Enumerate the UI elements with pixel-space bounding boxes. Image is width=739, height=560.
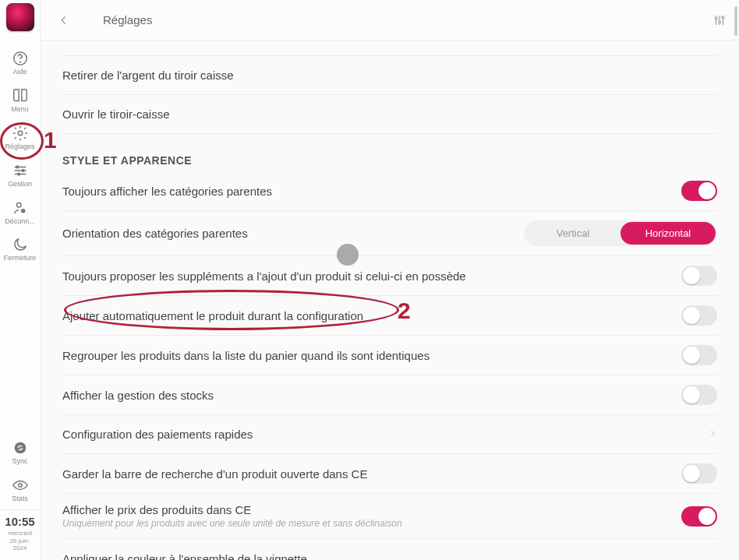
svg-point-8 bbox=[14, 442, 26, 454]
moon-icon bbox=[12, 236, 29, 253]
svg-point-11 bbox=[719, 20, 721, 23]
sidebar-item-gestion[interactable]: Gestion bbox=[0, 157, 41, 195]
svg-point-12 bbox=[722, 16, 724, 18]
sidebar-label: Déconn... bbox=[5, 218, 35, 226]
toggle-stocks[interactable] bbox=[681, 385, 717, 405]
sidebar-item-menu[interactable]: Menu bbox=[0, 83, 41, 120]
section-style-apparence: STYLE ET APPARENCE bbox=[62, 154, 717, 167]
sidebar-label: Aide bbox=[12, 69, 27, 76]
svg-point-4 bbox=[22, 169, 24, 171]
sidebar-label: Sync bbox=[12, 458, 27, 466]
chevron-left-icon bbox=[58, 15, 69, 26]
row-label: Ajouter automatiquement le produit duran… bbox=[62, 309, 681, 322]
eye-icon bbox=[12, 477, 29, 494]
row-regroup: Regrouper les produits dans la liste du … bbox=[62, 336, 717, 375]
header-actions[interactable] bbox=[712, 13, 727, 27]
row-label: Afficher la gestion des stocks bbox=[62, 389, 681, 402]
book-icon bbox=[12, 87, 29, 104]
row-ouvrir-tiroir[interactable]: Ouvrir le tiroir-caisse bbox=[62, 95, 717, 134]
row-label: Toujours proposer les suppléments a l'aj… bbox=[62, 269, 681, 283]
adjust-icon bbox=[712, 13, 727, 27]
row-label: Appliquer la couleur à l'ensemble de la … bbox=[62, 552, 717, 561]
sidebar-label: Stats bbox=[12, 495, 28, 503]
row-apply-color: Appliquer la couleur à l'ensemble de la … bbox=[62, 539, 717, 560]
settings-content[interactable]: Retirer de l'argent du tiroir caisse Ouv… bbox=[41, 41, 739, 560]
help-icon bbox=[12, 50, 29, 67]
row-label: Configuration des paiements rapides bbox=[62, 428, 708, 441]
row-supplements: Toujours proposer les suppléments a l'aj… bbox=[62, 256, 717, 296]
segmented-orientation: Vertical Horizontal bbox=[524, 220, 717, 246]
toggle-auto-add[interactable] bbox=[681, 305, 717, 326]
row-label: Regrouper les produits dans la liste du … bbox=[62, 349, 681, 362]
row-sublabel: Uniquement pour les produits avec une se… bbox=[62, 518, 681, 529]
row-stocks: Afficher la gestion des stocks bbox=[62, 375, 717, 415]
seg-horizontal[interactable]: Horizontal bbox=[621, 222, 716, 245]
user-logout-icon bbox=[12, 199, 29, 217]
svg-point-1 bbox=[19, 62, 20, 62]
toggle-regroup[interactable] bbox=[681, 345, 717, 365]
row-show-price: Afficher le prix des produits dans CE Un… bbox=[62, 494, 717, 539]
back-button[interactable] bbox=[53, 9, 75, 31]
page-title: Réglages bbox=[103, 13, 152, 26]
row-label: Orientation des catégories parentes bbox=[62, 227, 524, 240]
sidebar-label: Fermeture bbox=[4, 255, 37, 262]
sidebar-label: Réglages bbox=[5, 143, 34, 151]
sidebar-label: Gestion bbox=[8, 181, 32, 188]
row-label: Garder la barre de recherche d'un produi… bbox=[62, 467, 681, 481]
row-fast-payments[interactable]: Configuration des paiements rapides bbox=[62, 415, 717, 454]
svg-point-3 bbox=[16, 166, 18, 168]
row-keep-search: Garder la barre de recherche d'un produi… bbox=[62, 454, 717, 494]
toggle-show-price[interactable] bbox=[681, 506, 717, 527]
main-panel: Réglages Retirer de l'argent du tiroir c… bbox=[41, 0, 739, 560]
toggle-keep-search[interactable] bbox=[681, 463, 717, 484]
svg-point-5 bbox=[17, 173, 19, 175]
svg-point-2 bbox=[18, 131, 23, 136]
sidebar-item-stats[interactable]: Stats bbox=[0, 472, 41, 509]
clock-widget: 10:55 mercredi 26 juin. 2024 bbox=[0, 509, 40, 560]
row-retirer-argent[interactable]: Retirer de l'argent du tiroir caisse bbox=[62, 56, 717, 95]
svg-point-10 bbox=[715, 17, 717, 19]
sidebar-item-fermeture[interactable]: Fermeture bbox=[0, 231, 41, 269]
sidebar-item-deconnexion[interactable]: Déconn... bbox=[0, 195, 41, 232]
row-orientation: Orientation des catégories parentes Vert… bbox=[62, 211, 717, 256]
row-auto-add: Ajouter automatiquement le produit duran… bbox=[62, 296, 717, 336]
header: Réglages bbox=[41, 0, 739, 41]
sidebar-item-aide[interactable]: Aide bbox=[0, 45, 41, 83]
sliders-icon bbox=[12, 162, 29, 179]
sidebar: Aide Menu Réglages Gestion Déconn... Fer… bbox=[0, 0, 41, 560]
sync-icon bbox=[12, 439, 29, 456]
row-label: Ouvrir le tiroir-caisse bbox=[62, 107, 717, 121]
row-label: Afficher le prix des produits dans CE bbox=[62, 503, 681, 516]
sidebar-item-reglages[interactable]: Réglages bbox=[0, 120, 41, 157]
svg-point-6 bbox=[16, 203, 21, 207]
row-label: Retirer de l'argent du tiroir caisse bbox=[62, 69, 717, 82]
sidebar-label: Menu bbox=[11, 106, 29, 114]
seg-vertical[interactable]: Vertical bbox=[525, 222, 621, 245]
row-partial-top[interactable] bbox=[62, 41, 717, 56]
toggle-afficher-categories[interactable] bbox=[681, 181, 717, 201]
row-label: Toujours afficher les catégories parente… bbox=[62, 185, 681, 198]
svg-point-7 bbox=[20, 208, 24, 213]
clock-date: mercredi 26 juin. 2024 bbox=[2, 530, 38, 552]
sidebar-item-sync[interactable]: Sync bbox=[0, 435, 41, 472]
gear-icon bbox=[12, 125, 29, 142]
svg-point-9 bbox=[18, 484, 22, 488]
row-afficher-categories: Toujours afficher les catégories parente… bbox=[62, 171, 717, 211]
clock-time: 10:55 bbox=[2, 515, 38, 528]
app-logo[interactable] bbox=[6, 3, 34, 31]
chevron-right-icon bbox=[708, 428, 717, 442]
toggle-supplements[interactable] bbox=[681, 266, 717, 286]
